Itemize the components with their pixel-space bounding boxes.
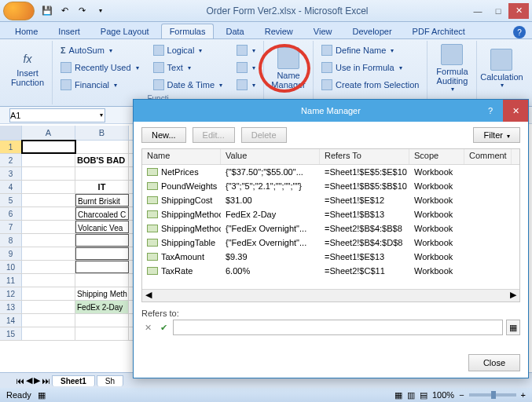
col-value[interactable]: Value [221,149,320,164]
name-box[interactable]: A1▾ [9,108,105,122]
row-header[interactable]: 13 [0,301,22,313]
name-row[interactable]: PoundWeights{"3";"5";"2.1";"";"";""}=She… [142,179,519,193]
row-header[interactable]: 3 [0,167,22,180]
recently-used-button[interactable]: Recently Used▾ [57,60,142,75]
col-refers-to[interactable]: Refers To [320,149,409,164]
create-from-selection-button[interactable]: Create from Selection [318,77,422,93]
qat-dropdown-icon[interactable]: ▾ [94,5,107,17]
minimize-button[interactable]: — [468,3,488,19]
row-header[interactable]: 10 [0,261,22,273]
lookup-button[interactable]: ▾ [233,42,259,58]
math-trig-button[interactable]: ▾ [233,60,259,75]
tab-pdf-architect[interactable]: PDF Architect [404,24,474,38]
close-button[interactable]: ✕ [508,3,529,19]
maximize-button[interactable]: □ [488,3,508,19]
name-row[interactable]: ShippingMethods{"FedEx Overnight"...=She… [142,221,519,236]
define-name-button[interactable]: Define Name▾ [318,42,422,58]
text-button[interactable]: Text▾ [150,60,226,75]
name-row[interactable]: ShippingTable{"FedEx Overnight"...=Sheet… [142,236,519,250]
financial-button[interactable]: Financial▾ [57,77,142,93]
range-picker-button[interactable]: ▦ [506,320,520,335]
row-header[interactable]: 14 [0,314,22,327]
insert-function-button[interactable]: fx Insert Function [8,42,47,94]
scroll-left-icon[interactable]: ◀ [142,290,155,302]
dialog-titlebar[interactable]: Name Manager ? ✕ [134,100,528,122]
row-header[interactable]: 9 [0,247,22,260]
help-icon[interactable]: ? [513,26,526,38]
name-manager-button[interactable]: Name Manager [269,42,308,94]
zoom-out-button[interactable]: − [459,390,464,400]
row-header[interactable]: 6 [0,207,22,220]
view-page-break-icon[interactable]: ▤ [420,390,427,400]
zoom-level[interactable]: 100% [432,390,454,400]
name-row[interactable]: TaxRate6.00%=Sheet2!$C$11Workbook [142,264,519,278]
cancel-edit-icon[interactable]: ✕ [141,323,154,333]
tab-developer[interactable]: Developer [343,24,400,38]
name-row[interactable]: TaxAmount$9.39=Sheet1!$E$13Workbook [142,250,519,264]
tab-review[interactable]: Review [256,24,302,38]
row-header[interactable]: 1 [0,141,22,153]
close-dialog-button[interactable]: Close [468,354,520,371]
date-time-button[interactable]: Date & Time▾ [150,77,226,93]
logical-button[interactable]: Logical▾ [150,42,226,58]
refers-to-input[interactable] [173,320,503,335]
row-header[interactable]: 8 [0,234,22,247]
name-row[interactable]: ShippingMethodFedEx 2-Day=Sheet1!$B$13Wo… [142,207,519,221]
row-header[interactable]: 11 [0,274,22,287]
row-header[interactable]: 4 [0,181,22,193]
row-header[interactable]: 12 [0,287,22,300]
col-header-b[interactable]: B [75,126,129,140]
col-comment[interactable]: Comment [464,149,512,164]
col-header-a[interactable]: A [22,126,75,140]
scroll-right-icon[interactable]: ▶ [507,290,519,302]
filter-button[interactable]: Filter ▾ [473,127,520,143]
names-list[interactable]: Name Value Refers To Scope Comment NetPr… [141,148,520,302]
sheet-tab-2[interactable]: Sh [97,375,123,386]
row-header[interactable]: 5 [0,194,22,206]
macro-icon[interactable]: ▦ [38,390,46,400]
save-icon[interactable]: 💾 [41,5,53,17]
more-functions-button[interactable]: ▾ [233,77,259,93]
cell-a1[interactable] [22,141,75,153]
formula-auditing-button[interactable]: Formula Auditing▾ [432,42,471,94]
tab-home[interactable]: Home [6,24,46,38]
new-button[interactable]: New... [141,127,186,143]
zoom-slider[interactable] [469,393,516,397]
cell[interactable]: BOB'S BAD [75,154,129,166]
view-normal-icon[interactable]: ▦ [394,390,402,400]
tab-page-layout[interactable]: Page Layout [92,24,158,38]
tab-insert[interactable]: Insert [50,24,89,38]
name-row[interactable]: NetPrices{"$37.50";"$55.00"...=Sheet1!$E… [142,165,519,179]
tab-view[interactable]: View [305,24,341,38]
sheet-tab-1[interactable]: Sheet1 [52,375,95,386]
name-row[interactable]: ShippingCost$31.00=Sheet1!$E$12Workbook [142,193,519,207]
cell[interactable] [75,141,129,153]
col-name[interactable]: Name [142,149,221,164]
row-header[interactable]: 7 [0,221,22,233]
tab-data[interactable]: Data [217,24,252,38]
edit-button[interactable]: Edit... [193,127,235,143]
col-scope[interactable]: Scope [409,149,464,164]
use-in-formula-button[interactable]: Use in Formula▾ [318,60,422,75]
sheet-nav-first-icon[interactable]: ⏮ [16,376,24,386]
spreadsheet-grid[interactable]: A B 1 2BOB'S BAD 3 4IT 5Burnt Briskit 6C… [0,126,134,378]
sheet-nav-next-icon[interactable]: ▶ [34,375,40,386]
dialog-close-button[interactable]: ✕ [503,100,528,122]
sheet-nav-prev-icon[interactable]: ◀ [26,375,32,386]
delete-button[interactable]: Delete [241,127,287,143]
undo-icon[interactable]: ↶ [58,5,71,17]
zoom-in-button[interactable]: + [521,390,526,400]
office-button[interactable] [3,2,35,20]
redo-icon[interactable]: ↷ [75,5,88,17]
tab-formulas[interactable]: Formulas [161,24,215,38]
row-header[interactable]: 2 [0,154,22,166]
dialog-help-button[interactable]: ? [481,106,500,115]
horizontal-scrollbar[interactable]: ◀ ▶ [142,289,519,302]
view-page-layout-icon[interactable]: ▥ [407,390,415,400]
select-all-corner[interactable] [0,126,22,140]
calculation-button[interactable]: Calculation▾ [482,42,521,94]
autosum-button[interactable]: ΣAutoSum▾ [57,42,142,58]
row-header[interactable]: 15 [0,327,22,340]
commit-edit-icon[interactable]: ✔ [157,323,170,333]
sheet-nav-last-icon[interactable]: ⏭ [42,376,50,386]
